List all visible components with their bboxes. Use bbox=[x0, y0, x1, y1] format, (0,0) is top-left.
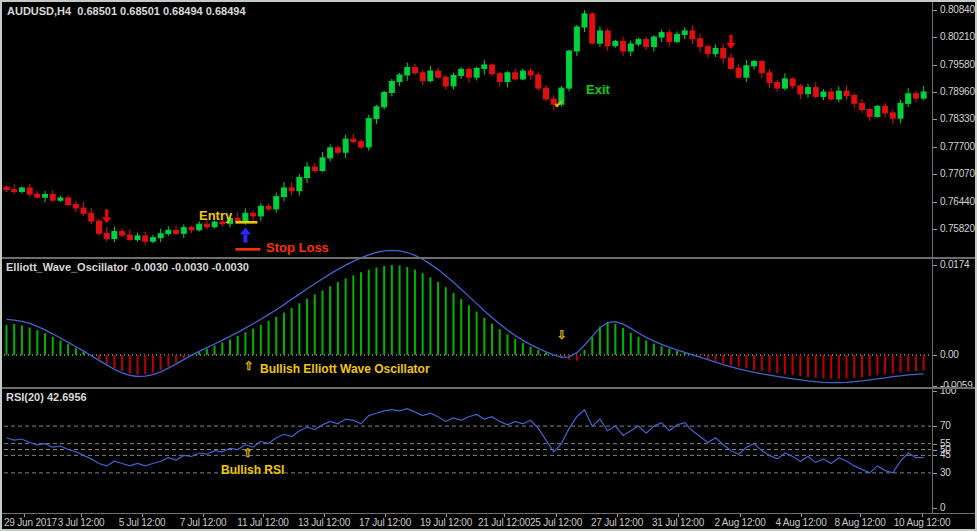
price-axis-label: 0.78330 bbox=[940, 113, 975, 124]
bull-candle bbox=[836, 91, 841, 99]
bull-candle bbox=[243, 213, 248, 221]
bull-candle bbox=[821, 92, 826, 96]
bear-candle bbox=[4, 187, 9, 190]
exit-label[interactable]: Exit bbox=[586, 82, 610, 97]
bull-candle bbox=[636, 40, 641, 44]
bear-candle bbox=[883, 106, 888, 113]
panel-separator[interactable] bbox=[2, 387, 977, 389]
ewo-axis-label: 0.00 bbox=[940, 349, 959, 360]
bull-candle bbox=[921, 92, 926, 98]
bear-candle bbox=[513, 73, 518, 79]
bear-candle bbox=[104, 233, 109, 238]
price-axis-tick bbox=[933, 202, 937, 203]
rsi-bullish-note[interactable]: Bullish RSI bbox=[221, 463, 284, 477]
bear-candle bbox=[89, 213, 94, 221]
rsi-axis-tick bbox=[933, 444, 937, 445]
bull-candle bbox=[389, 82, 394, 93]
bear-candle bbox=[890, 113, 895, 118]
bear-candle bbox=[289, 188, 294, 191]
sell-arrow-icon[interactable] bbox=[105, 209, 108, 217]
bear-candle bbox=[736, 68, 741, 77]
bear-candle bbox=[528, 71, 533, 75]
entry-label[interactable]: Entry bbox=[199, 208, 232, 223]
bull-candle bbox=[281, 188, 286, 197]
bear-candle bbox=[436, 71, 441, 77]
time-axis-label: 3 Jul 12:00 bbox=[58, 517, 105, 528]
signal-arrows[interactable] bbox=[102, 35, 735, 251]
time-axis-label: 2 Aug 12:00 bbox=[714, 517, 765, 528]
bear-candle bbox=[867, 109, 872, 116]
bull-candle bbox=[320, 158, 325, 171]
bear-candle bbox=[759, 61, 764, 72]
rsi-axis-label: 70 bbox=[940, 420, 951, 431]
sell-arrow-icon[interactable] bbox=[729, 35, 732, 43]
bear-candle bbox=[859, 103, 864, 109]
bear-candle bbox=[466, 69, 471, 77]
ewo-histogram bbox=[7, 265, 924, 379]
bear-candle bbox=[844, 91, 849, 95]
bear-candle bbox=[127, 235, 132, 239]
ewo-down-arrow-icon[interactable]: ⇩ bbox=[557, 328, 567, 342]
bear-candle bbox=[605, 31, 610, 46]
price-axis-tick bbox=[933, 65, 937, 66]
bull-candle bbox=[713, 48, 718, 53]
bear-candle bbox=[728, 58, 733, 68]
ewo-bullish-note[interactable]: Bullish Elliott Wave Oscillator bbox=[260, 362, 430, 376]
chart-stage: AUDUSD,H4 0.68501 0.68501 0.68494 0.6849… bbox=[2, 2, 975, 529]
entry-line[interactable] bbox=[235, 221, 257, 224]
bear-candle bbox=[852, 95, 857, 103]
bull-candle bbox=[150, 238, 155, 241]
rsi-axis-tick bbox=[933, 473, 937, 474]
rsi-axis-label: 45 bbox=[940, 449, 951, 460]
buy-arrow-icon[interactable] bbox=[243, 235, 247, 243]
price-axis-label: 0.80210 bbox=[940, 31, 975, 42]
ewo-bullish-arrow-icon[interactable]: ⇧ bbox=[244, 359, 254, 373]
time-axis[interactable]: 29 Jun 20173 Jul 12:005 Jul 12:007 Jul 1… bbox=[2, 513, 977, 531]
bear-candle bbox=[351, 139, 356, 142]
bear-candle bbox=[73, 205, 78, 208]
bear-candle bbox=[497, 74, 502, 82]
bull-candle bbox=[744, 66, 749, 77]
buy-arrow-icon[interactable] bbox=[240, 228, 251, 235]
bear-candle bbox=[312, 167, 317, 170]
bear-candle bbox=[235, 219, 240, 222]
sell-arrow-icon[interactable] bbox=[102, 217, 111, 223]
bear-candle bbox=[490, 65, 495, 74]
stop-loss-label[interactable]: Stop Loss bbox=[266, 240, 329, 255]
stop-loss-line[interactable] bbox=[235, 248, 260, 251]
exit-check-icon[interactable]: ✔ bbox=[554, 98, 563, 111]
time-axis-label: 19 Jul 12:00 bbox=[420, 517, 472, 528]
rsi-axis-tick bbox=[933, 391, 937, 392]
price-axis-tick bbox=[933, 10, 937, 11]
bear-candle bbox=[705, 47, 710, 54]
bull-candle bbox=[43, 195, 48, 198]
bull-candle bbox=[574, 27, 579, 51]
bear-candle bbox=[790, 79, 795, 86]
bear-candle bbox=[829, 92, 834, 99]
bear-candle bbox=[767, 73, 772, 83]
time-axis-label: 17 Jul 12:00 bbox=[359, 517, 411, 528]
bull-candle bbox=[675, 34, 680, 41]
sell-arrow-icon[interactable] bbox=[726, 43, 735, 49]
bull-candle bbox=[428, 71, 433, 81]
bull-candle bbox=[906, 94, 911, 104]
bear-candle bbox=[644, 40, 649, 47]
bull-candle bbox=[659, 33, 664, 37]
bull-candle bbox=[405, 68, 410, 75]
bull-candle bbox=[806, 88, 811, 94]
bear-candle bbox=[443, 77, 448, 86]
bull-candle bbox=[397, 75, 402, 82]
rsi-axis-tick bbox=[933, 455, 937, 456]
bear-candle bbox=[335, 148, 340, 152]
rsi-axis-tick bbox=[933, 426, 937, 427]
price-axis-tick bbox=[933, 229, 937, 230]
time-axis-label: 13 Jul 12:00 bbox=[298, 517, 350, 528]
time-axis-label: 7 Jul 12:00 bbox=[180, 517, 227, 528]
rsi-bullish-arrow-icon[interactable]: ⇧ bbox=[243, 446, 253, 460]
bear-candle bbox=[536, 75, 541, 88]
bear-candle bbox=[143, 236, 148, 241]
bull-candle bbox=[520, 71, 525, 79]
ewo-axis-tick bbox=[933, 355, 937, 356]
panel-separator[interactable] bbox=[2, 257, 977, 259]
bear-candle bbox=[66, 198, 71, 205]
